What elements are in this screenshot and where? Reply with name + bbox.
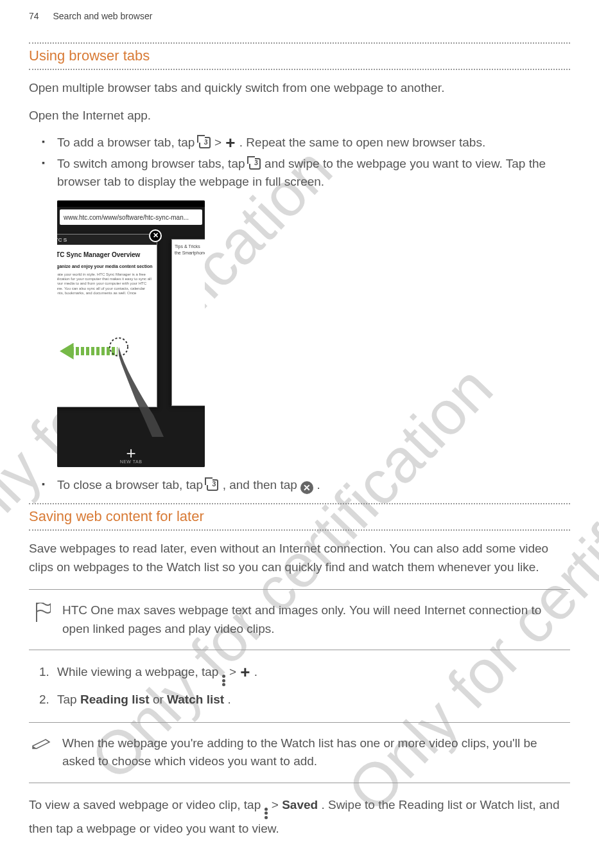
tabs-icon: 3 <box>249 158 261 170</box>
step-item: While viewing a webpage, tap > + . <box>57 663 570 687</box>
plus-icon: + <box>126 448 135 459</box>
tip-block: When the webpage you're adding to the Wa… <box>29 722 570 783</box>
bold-term: Saved <box>282 798 318 811</box>
pencil-icon <box>31 737 52 750</box>
list-item: To switch among browser tabs, tap 3 and … <box>57 155 570 191</box>
overflow-menu-icon <box>265 807 268 820</box>
tabs-icon: 3 <box>199 137 211 148</box>
plus-icon: + <box>240 668 250 677</box>
text: , and then tap <box>223 478 301 492</box>
paragraph: Open multiple browser tabs and quickly s… <box>29 79 570 98</box>
new-tab-label: NEW TAB <box>120 459 143 466</box>
phone-address-bar: www.htc.com/www/software/htc-sync-man... <box>60 209 202 225</box>
tabs-icon: 3 <box>207 479 218 491</box>
close-icon: ✕ <box>149 229 162 242</box>
close-icon: ✕ <box>300 481 313 494</box>
flag-icon <box>34 603 51 622</box>
tabs-badge: 3 <box>254 157 258 168</box>
text: > <box>229 665 239 678</box>
text: To close a browser tab, tap <box>57 478 206 492</box>
list-item: To close a browser tab, tap 3 , and then… <box>57 476 570 495</box>
text: To add a browser tab, tap <box>57 136 198 149</box>
text: . Repeat the same to open new browser ta… <box>239 136 485 149</box>
text: . <box>227 693 230 706</box>
phone-bottom-bar: + NEW TAB <box>57 440 205 467</box>
chapter-title: Search and web browser <box>53 11 152 21</box>
step-item: Tap Reading list or Watch list . <box>57 691 570 709</box>
card-bar-text: HTC S <box>57 237 67 243</box>
background-card: Tips & Tricks the Smartphone <box>171 239 205 406</box>
paragraph: To view a saved webpage or video clip, t… <box>29 796 570 838</box>
tabs-badge: 3 <box>204 137 208 148</box>
plus-icon: + <box>225 139 235 147</box>
text: . <box>254 665 257 678</box>
note-text: HTC One max saves webpage text and image… <box>62 603 541 635</box>
divider <box>29 503 570 504</box>
card-stack: Tips & Tricks the Smartphone HTC S ✕ HTC… <box>57 234 205 440</box>
card-header-bar: HTC S ✕ <box>57 235 157 245</box>
tabs-badge: 3 <box>212 479 216 490</box>
overflow-menu-icon <box>222 674 226 687</box>
page-number: 74 <box>29 11 39 21</box>
text: > <box>272 798 282 811</box>
phone-status-bar <box>57 200 205 207</box>
list-item: To add a browser tab, tap 3 > + . Repeat… <box>57 134 570 152</box>
hand-pointer-icon <box>107 335 165 438</box>
text: . <box>317 478 320 492</box>
tip-text: When the webpage you're adding to the Wa… <box>62 736 537 768</box>
phone-screenshot-illustration: www.htc.com/www/software/htc-sync-man...… <box>57 200 205 467</box>
text: To switch among browser tabs, tap <box>57 157 248 170</box>
section-title-tabs: Using browser tabs <box>29 45 570 66</box>
divider <box>29 529 570 531</box>
divider <box>29 42 570 44</box>
text: While viewing a webpage, tap <box>57 665 222 678</box>
card-title: Tips & Tricks the Smartphone <box>172 240 205 261</box>
bold-term: Watch list <box>167 693 224 706</box>
section-title-saving: Saving web content for later <box>29 506 570 527</box>
card-body-text: Create your world in style. HTC Sync Man… <box>57 271 157 297</box>
divider <box>29 69 570 70</box>
bold-term: Reading list <box>80 693 150 706</box>
card-title: HTC Sync Manager Overview <box>57 245 157 261</box>
page-header: 74 Search and web browser <box>29 10 570 23</box>
paragraph: Save webpages to read later, even withou… <box>29 540 570 576</box>
card-subtitle: Organize and enjoy your media content se… <box>57 261 157 272</box>
text: > <box>214 136 225 149</box>
paragraph: Open the Internet app. <box>29 107 570 125</box>
note-block: HTC One max saves webpage text and image… <box>29 589 570 650</box>
text: Tap <box>57 693 80 706</box>
text: or <box>153 693 167 706</box>
text: To view a saved webpage or video clip, t… <box>29 798 265 811</box>
